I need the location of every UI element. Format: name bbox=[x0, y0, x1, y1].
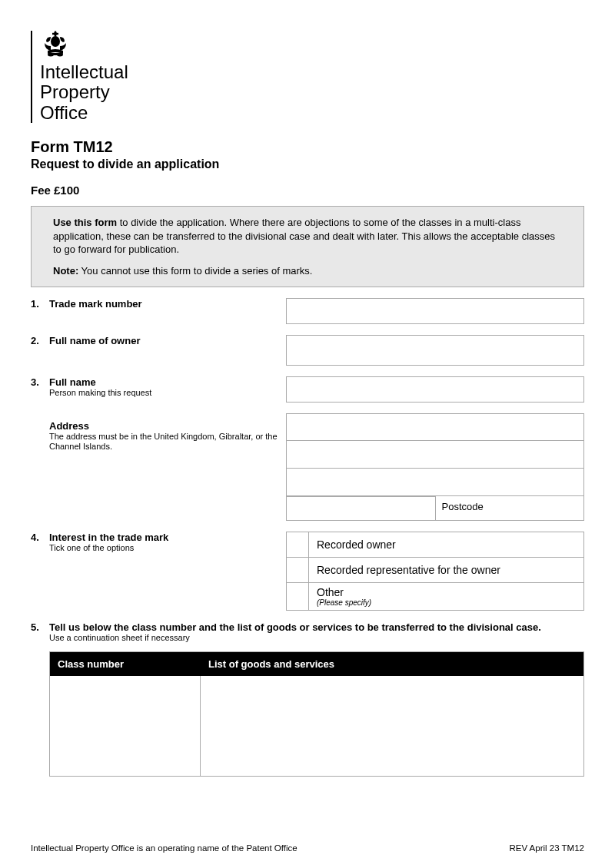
opt-other-text: Other bbox=[317, 586, 344, 598]
col-class-number: Class number bbox=[50, 652, 201, 676]
logo-divider bbox=[31, 31, 32, 123]
opt-recorded-owner-checkbox[interactable] bbox=[286, 532, 309, 558]
q2-label-col: Full name of owner bbox=[49, 335, 286, 366]
form-code: Form TM12 bbox=[31, 138, 584, 156]
q4-options: Recorded owner Recorded representative f… bbox=[286, 532, 584, 611]
goods-table: Class number List of goods and services bbox=[49, 651, 584, 777]
org-name: Intellectual Property Office bbox=[40, 62, 128, 123]
postcode-row: Postcode bbox=[286, 496, 584, 521]
page: Intellectual Property Office Form TM12 R… bbox=[0, 0, 615, 868]
org-line3: Office bbox=[40, 103, 128, 123]
instructions-use: Use this form to divide the application.… bbox=[53, 216, 562, 257]
opt-recorded-rep-checkbox[interactable] bbox=[286, 558, 309, 583]
q3-address-sub: The address must be in the United Kingdo… bbox=[49, 432, 278, 452]
q2-label: Full name of owner bbox=[49, 335, 278, 346]
org-line1: Intellectual bbox=[40, 62, 128, 82]
footer-right: REV April 23 TM12 bbox=[509, 843, 584, 853]
address-line3-input[interactable] bbox=[286, 469, 584, 496]
q4-row: 4. Interest in the trade mark Tick one o… bbox=[31, 532, 584, 611]
q1-input-col bbox=[286, 298, 584, 324]
q4-label: Interest in the trade mark bbox=[49, 532, 278, 543]
instructions-note: Note: You cannot use this form to divide… bbox=[53, 264, 562, 278]
opt-recorded-rep-label: Recorded representative for the owner bbox=[309, 558, 584, 583]
svg-rect-6 bbox=[52, 53, 58, 55]
q4-label-col: Interest in the trade mark Tick one of t… bbox=[49, 532, 286, 611]
q2-number: 2. bbox=[31, 335, 49, 366]
col-goods-list: List of goods and services bbox=[201, 652, 583, 676]
q5-sub: Use a continuation sheet if necessary bbox=[49, 633, 584, 643]
q3-row: 3. Full name Person making this request … bbox=[31, 376, 584, 521]
svg-rect-2 bbox=[52, 33, 58, 35]
note-text: You cannot use this form to divide a ser… bbox=[78, 265, 312, 277]
q2-row: 2. Full name of owner bbox=[31, 335, 584, 366]
requester-name-input[interactable] bbox=[286, 376, 584, 403]
goods-table-body bbox=[50, 676, 583, 776]
owner-name-input[interactable] bbox=[286, 335, 584, 366]
opt-other-checkbox[interactable] bbox=[286, 583, 309, 611]
org-line2: Property bbox=[40, 82, 128, 102]
logo-block: Intellectual Property Office bbox=[31, 31, 584, 123]
crown-crest-icon bbox=[40, 31, 128, 59]
q3-input-col: Postcode bbox=[286, 376, 584, 521]
q3-name-sub: Person making this request bbox=[49, 388, 278, 398]
logo-content: Intellectual Property Office bbox=[40, 31, 128, 123]
goods-table-header: Class number List of goods and services bbox=[50, 652, 583, 676]
note-intro: Note: bbox=[53, 265, 78, 277]
q3-address-label: Address bbox=[49, 420, 278, 432]
q5-row: 5. Tell us below the class number and th… bbox=[31, 621, 584, 643]
address-line1-input[interactable] bbox=[286, 413, 584, 441]
opt-other-sub: (Please specify) bbox=[317, 598, 576, 607]
q5-number: 5. bbox=[31, 621, 49, 643]
q4-number: 4. bbox=[31, 532, 49, 611]
q1-row: 1. Trade mark number bbox=[31, 298, 584, 324]
class-number-cell[interactable] bbox=[50, 676, 201, 776]
use-intro: Use this form bbox=[53, 217, 117, 228]
q3-number: 3. bbox=[31, 376, 49, 521]
q3-label-col: Full name Person making this request Add… bbox=[49, 376, 286, 521]
q1-number: 1. bbox=[31, 298, 49, 324]
q4-sub: Tick one of the options bbox=[49, 543, 278, 553]
q3-address-labels: Address The address must be in the Unite… bbox=[49, 420, 278, 452]
q2-input-col bbox=[286, 335, 584, 366]
opt-recorded-owner-label: Recorded owner bbox=[309, 532, 584, 558]
page-footer: Intellectual Property Office is an opera… bbox=[31, 843, 584, 853]
instructions-box: Use this form to divide the application.… bbox=[31, 206, 584, 287]
q3-name-label: Full name bbox=[49, 376, 278, 388]
opt-recorded-rep: Recorded representative for the owner bbox=[286, 558, 584, 583]
q5-label: Tell us below the class number and the l… bbox=[49, 621, 584, 633]
footer-left: Intellectual Property Office is an opera… bbox=[31, 843, 298, 853]
trade-mark-number-input[interactable] bbox=[286, 298, 584, 324]
goods-list-cell[interactable] bbox=[201, 676, 583, 776]
opt-other-label: Other (Please specify) bbox=[309, 583, 584, 611]
opt-other: Other (Please specify) bbox=[286, 583, 584, 611]
svg-point-3 bbox=[51, 36, 60, 47]
form-title: Request to divide an application bbox=[31, 157, 584, 171]
postcode-input[interactable]: Postcode bbox=[436, 496, 585, 521]
q5-content: Tell us below the class number and the l… bbox=[49, 621, 584, 643]
address-line4-input[interactable] bbox=[286, 496, 436, 521]
postcode-label: Postcode bbox=[442, 501, 484, 512]
opt-recorded-owner: Recorded owner bbox=[286, 532, 584, 558]
q1-label: Trade mark number bbox=[49, 298, 278, 310]
address-fields: Postcode bbox=[286, 413, 584, 521]
q1-label-col: Trade mark number bbox=[49, 298, 286, 324]
address-line2-input[interactable] bbox=[286, 441, 584, 469]
form-fee: Fee £100 bbox=[31, 184, 584, 197]
use-text: to divide the application. Where there a… bbox=[53, 217, 555, 255]
